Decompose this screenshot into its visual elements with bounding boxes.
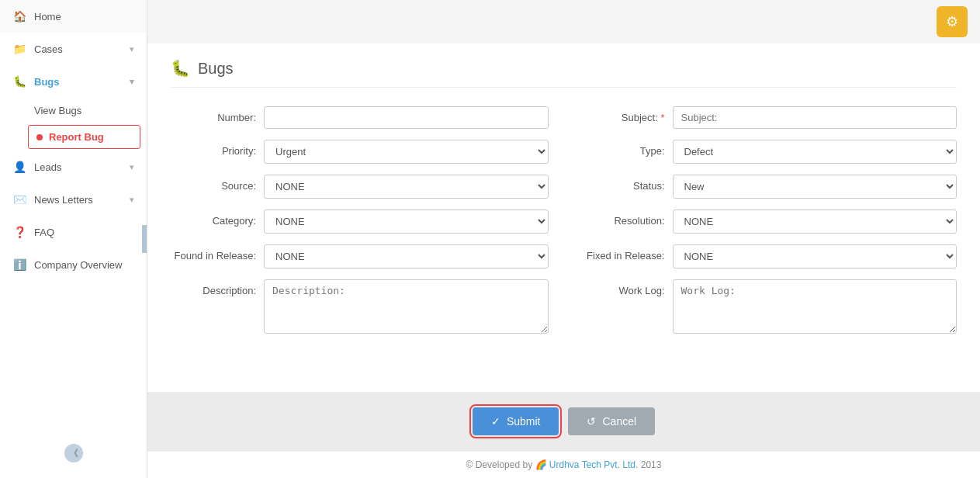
- work-log-label: Work Log:: [580, 279, 665, 296]
- category-select[interactable]: NONE: [264, 210, 549, 234]
- action-bar: ✓ Submit ↺ Cancel: [147, 392, 980, 451]
- chevron-down-icon: ▾: [130, 44, 134, 54]
- status-label: Status:: [580, 175, 665, 192]
- sidebar-item-faq[interactable]: ❓ FAQ: [0, 216, 147, 248]
- found-in-select-container: NONE: [264, 244, 549, 268]
- number-label: Number:: [171, 106, 256, 123]
- resolution-label: Resolution:: [580, 210, 665, 227]
- subject-row: Subject: *: [580, 106, 957, 129]
- sidebar-item-view-bugs[interactable]: View Bugs: [0, 98, 147, 123]
- source-select[interactable]: NONE Email Phone Web: [264, 175, 549, 199]
- sidebar-item-label: Cases: [34, 43, 63, 55]
- sidebar-item-home[interactable]: 🏠 Home: [0, 0, 147, 33]
- chevron-down-icon: ▾: [130, 195, 134, 205]
- resolution-row: Resolution: NONE: [580, 210, 957, 234]
- sidebar-item-label: Company Overview: [34, 259, 122, 271]
- sidebar-collapse-button[interactable]: 《: [64, 444, 83, 462]
- page-bug-icon: 🐛: [171, 59, 190, 78]
- description-label: Description:: [171, 279, 256, 296]
- description-input[interactable]: [264, 279, 549, 334]
- type-row: Type: Defect Feature Enhancement: [580, 140, 957, 164]
- priority-row: Priority: Urgent High Medium Low: [171, 140, 549, 164]
- description-textarea-container: [264, 279, 549, 336]
- form-right: Subject: * Type: Defect Feature: [580, 106, 957, 347]
- sidebar-item-label: News Letters: [34, 194, 93, 206]
- bug-form: Number: Priority: Urgent High Medium: [171, 106, 957, 347]
- chevron-down-icon: ▾: [130, 77, 134, 87]
- source-select-container: NONE Email Phone Web: [264, 175, 549, 199]
- sidebar-item-cases[interactable]: 📁 Cases ▾: [0, 33, 147, 65]
- footer-year: 2013: [641, 459, 662, 470]
- status-select[interactable]: New In Progress Resolved Closed: [673, 175, 957, 199]
- sidebar-item-label: Home: [34, 11, 61, 23]
- source-label: Source:: [171, 175, 256, 192]
- main-content: ⚙ 🐛 Bugs Number: P: [147, 0, 980, 478]
- priority-select[interactable]: Urgent High Medium Low: [264, 140, 549, 164]
- undo-icon: ↺: [587, 415, 596, 428]
- report-bug-label: Report Bug: [49, 131, 104, 143]
- source-row: Source: NONE Email Phone Web: [171, 175, 549, 199]
- sidebar-item-report-bug[interactable]: Report Bug: [28, 125, 140, 149]
- category-label: Category:: [171, 210, 256, 227]
- cancel-button[interactable]: ↺ Cancel: [568, 407, 655, 435]
- subject-input[interactable]: [673, 106, 957, 129]
- status-select-container: New In Progress Resolved Closed: [673, 175, 957, 199]
- number-field-container: [264, 106, 549, 129]
- chevron-down-icon: ▾: [130, 162, 134, 172]
- sidebar-item-newsletters[interactable]: ✉️ News Letters ▾: [0, 183, 147, 216]
- subject-label: Subject: *: [580, 106, 665, 123]
- sidebar-item-label: Leads: [34, 161, 61, 173]
- newsletters-icon: ✉️: [12, 192, 26, 206]
- work-log-input[interactable]: [673, 279, 957, 334]
- fixed-in-select[interactable]: NONE: [673, 244, 957, 268]
- top-bar: ⚙: [147, 0, 980, 43]
- submit-button[interactable]: ✓ Submit: [473, 407, 559, 435]
- form-left: Number: Priority: Urgent High Medium: [171, 106, 549, 347]
- required-asterisk: *: [660, 112, 664, 123]
- cancel-label: Cancel: [602, 415, 636, 428]
- page-title-area: 🐛 Bugs: [171, 59, 957, 88]
- found-in-release-row: Found in Release: NONE: [171, 244, 549, 268]
- settings-button[interactable]: ⚙: [937, 6, 968, 37]
- company-icon: ℹ️: [12, 258, 26, 272]
- home-icon: 🏠: [12, 9, 26, 23]
- bugs-submenu: View Bugs Report Bug: [0, 98, 147, 151]
- found-in-select[interactable]: NONE: [264, 244, 549, 268]
- number-input[interactable]: [264, 106, 549, 129]
- bug-icon: 🐛: [12, 74, 26, 88]
- found-in-label: Found in Release:: [171, 244, 256, 262]
- resolution-select[interactable]: NONE: [673, 210, 957, 234]
- sidebar: 🏠 Home 📁 Cases ▾ 🐛 Bugs ▾ View Bugs Repo…: [0, 0, 147, 478]
- resolution-select-container: NONE: [673, 210, 957, 234]
- description-row: Description:: [171, 279, 549, 336]
- status-row: Status: New In Progress Resolved Closed: [580, 175, 957, 199]
- category-row: Category: NONE: [171, 210, 549, 234]
- cases-icon: 📁: [12, 42, 26, 56]
- fixed-in-select-container: NONE: [673, 244, 957, 268]
- submit-label: Submit: [507, 415, 541, 428]
- footer-link[interactable]: Urdhva Tech Pvt. Ltd.: [549, 459, 639, 470]
- sidebar-item-company[interactable]: ℹ️ Company Overview: [0, 248, 147, 281]
- fixed-in-release-row: Fixed in Release: NONE: [580, 244, 957, 268]
- sidebar-item-leads[interactable]: 👤 Leads ▾: [0, 151, 147, 183]
- priority-label: Priority:: [171, 140, 256, 157]
- sidebar-toggle[interactable]: ‹: [142, 225, 147, 253]
- footer-text: © Developed by: [466, 459, 533, 470]
- sidebar-item-label: FAQ: [34, 227, 54, 238]
- footer-logo-icon: 🌈: [535, 459, 547, 470]
- type-label: Type:: [580, 140, 665, 157]
- sidebar-item-bugs[interactable]: 🐛 Bugs ▾: [0, 65, 147, 98]
- category-select-container: NONE: [264, 210, 549, 234]
- type-select[interactable]: Defect Feature Enhancement: [673, 140, 957, 164]
- number-row: Number:: [171, 106, 549, 129]
- footer: © Developed by 🌈 Urdhva Tech Pvt. Ltd. 2…: [147, 451, 980, 478]
- fixed-in-label: Fixed in Release:: [580, 244, 665, 262]
- work-log-textarea-container: [673, 279, 957, 336]
- leads-icon: 👤: [12, 160, 26, 174]
- faq-icon: ❓: [12, 225, 26, 239]
- active-dot: [36, 134, 43, 140]
- subject-field-container: [673, 106, 957, 129]
- work-log-row: Work Log:: [580, 279, 957, 336]
- type-select-container: Defect Feature Enhancement: [673, 140, 957, 164]
- page-title: Bugs: [198, 60, 234, 78]
